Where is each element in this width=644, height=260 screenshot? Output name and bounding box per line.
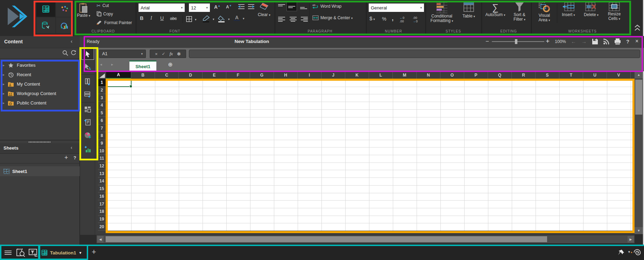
bold-button[interactable]: B [140,15,143,21]
vertical-scrollbar[interactable]: ▲ ▼ [635,71,643,234]
document-tab-tabulation1[interactable]: Tabulation1 ▼ [41,247,86,259]
tabulation-app-tile[interactable] [36,1,55,17]
italic-button[interactable]: I [150,15,152,21]
sort-filter-button[interactable]: Sort & Filter [509,2,530,22]
decrease-decimal-button[interactable]: ←0.00 [399,16,404,23]
align-top-button[interactable] [278,4,285,9]
scroll-right-icon[interactable]: ▶ [628,236,634,243]
spiral-menu-icon[interactable] [634,248,642,257]
menu-hamburger-icon[interactable] [4,250,12,255]
collapse-sheets-panel-icon[interactable]: ‹ [71,145,72,150]
clear-button[interactable]: Clear [255,3,273,17]
cancel-entry-icon[interactable]: × [155,51,158,57]
insert-column-tool-icon[interactable] [82,77,94,87]
sheets-list-item[interactable]: Sheet1 [0,166,80,176]
delete-cells-button[interactable]: Delete [581,2,601,17]
zoom-in-button[interactable]: + [546,37,550,45]
sheet-tab-active[interactable]: Sheet1 [129,60,156,71]
currency-button[interactable]: $ [369,15,375,21]
sidebar-item-recent[interactable]: ▸Recent [0,70,80,79]
grow-font-button[interactable]: A▲ [214,4,220,10]
print-button[interactable] [614,38,621,45]
search-icon[interactable] [62,50,68,56]
horizontal-scrollbar-thumb[interactable] [106,236,547,242]
feed-button[interactable] [603,38,609,45]
cell-selection-a1[interactable] [106,79,132,87]
browse-documents-icon[interactable] [16,248,25,257]
insert-cells-button[interactable]: Insert [559,2,578,17]
align-bottom-button[interactable] [300,4,307,9]
help-button[interactable]: ? [626,38,629,44]
scroll-left-icon[interactable]: ◀ [97,236,104,243]
reports-app-tile[interactable] [56,17,73,33]
conditional-formatting-button[interactable]: Conditional Formatting [429,2,455,23]
insert-row-tool-icon[interactable] [82,89,94,100]
font-color-button[interactable]: A [234,15,245,21]
copy-button[interactable]: Copy [97,11,113,16]
sidebar-item-my-content[interactable]: ▸My Content [0,79,80,89]
paste-button[interactable]: Paste [75,3,92,18]
add-document-tab-icon[interactable]: + [92,247,96,257]
underline-button[interactable]: U [160,15,164,21]
expand-caret-icon[interactable]: ▸ [3,73,8,77]
explore-app-tile[interactable] [56,1,73,17]
table-button[interactable]: Table [459,2,479,19]
undo-button[interactable]: ← [571,38,576,44]
zoom-slider[interactable] [492,41,544,42]
new-document-tool-icon[interactable] [82,117,94,127]
sheet-scroll-left-icon[interactable]: ◂ [100,62,102,67]
autosum-button[interactable]: ∑ AutoSum [484,2,507,17]
filter-view-icon[interactable] [29,248,38,257]
pin-options-dropdown-icon[interactable]: ▼▴ [628,250,632,254]
comma-button[interactable]: , [392,15,394,22]
fill-color-button[interactable] [218,15,230,22]
cut-button[interactable]: ✂ Cut [97,3,109,8]
redo-button[interactable]: → [581,38,587,44]
zoom-slider-thumb[interactable] [515,39,517,44]
cell-name-box[interactable]: A1 ▾ [99,50,146,58]
border-color-button[interactable] [202,15,214,22]
vertical-scrollbar-thumb[interactable] [635,80,642,115]
assistant-swirl-icon[interactable]: ✻ [177,51,181,57]
scroll-down-icon[interactable]: ▼ [635,227,643,234]
strikethrough-button[interactable]: abc [170,16,177,21]
add-sheet-panel-icon[interactable]: + [64,154,68,161]
font-family-select[interactable]: Arial▾ [139,3,185,12]
scroll-up-icon[interactable]: ▲ [635,71,643,78]
resize-cells-button[interactable]: Resize Cells [604,2,624,21]
shrink-font-button[interactable]: A▼ [226,4,232,9]
sheet-scroll-right-icon[interactable]: ▸ [111,62,113,67]
borders-button[interactable] [186,16,197,22]
visual-area-button[interactable]: Visual Area [535,1,554,23]
expand-caret-icon[interactable]: ▸ [3,63,8,67]
expand-caret-icon[interactable]: ▸ [3,101,8,105]
formula-input[interactable] [189,50,640,58]
merge-center-button[interactable]: Merge & Center [312,15,353,20]
format-painter-button[interactable]: Format Painter [97,20,132,25]
sidebar-item-workgroup-content[interactable]: ▸Workgroup Content [0,89,80,98]
pin-icon[interactable] [617,249,625,257]
number-format-select[interactable]: General▾ [369,3,424,12]
confirm-entry-icon[interactable]: ✓ [162,51,165,56]
align-right-button[interactable] [301,17,308,22]
increase-indent-button[interactable] [248,4,255,9]
pie-chart-tool-icon[interactable] [82,130,94,140]
percent-button[interactable]: % [382,16,386,22]
refresh-icon[interactable] [71,50,77,56]
align-center-button[interactable] [290,17,297,22]
insert-function-icon[interactable]: fx [170,51,173,57]
decrease-indent-button[interactable] [238,4,245,9]
pointer-tool-icon[interactable] [82,49,94,59]
expand-caret-icon[interactable]: ▸ [3,82,8,86]
sidebar-item-favorites[interactable]: ▸Favorites [0,60,80,70]
bar-chart-tool-icon[interactable] [82,144,94,154]
close-document-button[interactable]: × [635,38,638,44]
sidebar-item-public-content[interactable]: ▸Public Content [0,98,80,108]
align-left-button[interactable] [278,17,285,22]
zoom-out-button[interactable]: − [486,38,489,45]
add-sheet-icon[interactable]: ⊕ [168,61,172,68]
data-management-tile[interactable] [36,17,55,33]
collapse-content-panel-icon[interactable]: ‹ [71,38,72,44]
word-wrap-button[interactable]: ab Word Wrap [312,3,341,9]
layout-blocks-tool-icon[interactable] [82,104,94,115]
